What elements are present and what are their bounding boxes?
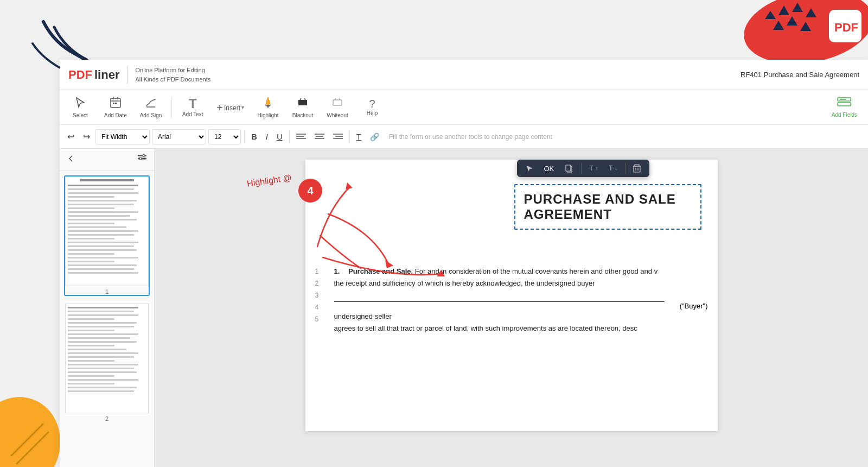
brand-liner: liner [94,68,119,82]
add-fields-button[interactable]: Add Fields [825,93,864,122]
svg-rect-20 [266,105,270,106]
doc-line-4: undersigned seller [334,311,708,323]
text-toolbar-ok-button[interactable]: OK [541,163,558,174]
add-date-tool-button[interactable]: Add Date [99,93,132,122]
text-toolbar-divider-2 [625,163,626,174]
format-hint: Fill the form or use another tools to ch… [389,133,552,141]
text-icon: T [189,97,197,110]
svg-rect-42 [566,165,571,171]
svg-rect-23 [333,100,342,105]
brand-logo: PDFliner [68,68,119,82]
text-toolbar-divider [581,163,582,174]
line-num-5: 5 [315,313,331,325]
help-label: Help [367,110,378,116]
line-numbers: 1 2 3 4 5 [315,266,331,325]
highlight-icon [261,96,275,111]
brand-pdf: PDF [68,68,92,82]
italic-button[interactable]: I [263,129,271,145]
text-toolbar-select-button[interactable] [522,163,537,173]
highlight-tool-button[interactable]: Highlight [252,93,284,122]
svg-rect-21 [267,106,269,108]
highlight-annotation-label: Highlight @ [246,173,292,188]
line-num-1: 1 [315,266,331,277]
text-toolbar-copy-button[interactable] [561,163,577,174]
page-number-2: 2 [65,415,149,422]
svg-rect-36 [138,155,146,156]
align-center-button[interactable] [311,129,328,145]
insert-label: Insert [224,104,240,112]
select-tool-button[interactable]: Select [64,93,97,122]
add-text-label: Add Text [182,111,203,117]
sidebar-scroll: 1 [60,171,154,467]
document-content: 1 2 3 4 5 1. Purchase and Sale. For and … [315,266,708,335]
svg-text:PDF: PDF [834,21,858,34]
svg-rect-18 [115,103,117,104]
text-selection-toolbar: OK T↑ T↓ [517,160,649,177]
brand-tagline: Online Platform for Editing All Kinds of… [135,66,210,84]
add-fields-icon [837,97,852,112]
svg-rect-43 [634,166,640,172]
buyer-label: ("Buyer") [334,302,708,311]
toolbar-separator-1 [171,97,172,118]
underline-button[interactable]: U [273,129,286,145]
doc-line-2: the receipt and sufficiency of which is … [334,277,708,289]
line-num-2: 2 [315,277,331,289]
sidebar-header [60,149,154,171]
align-right-button[interactable] [330,129,346,145]
text-toolbar-decrease-font-button[interactable]: T↓ [605,163,621,173]
line-num-3: 3 [315,289,331,301]
insert-dropdown-arrow: ▾ [241,104,244,110]
svg-rect-37 [138,158,146,160]
page-number-1: 1 [65,288,149,295]
brand-bar: PDFliner Online Platform for Editing All… [60,60,868,90]
selected-text-container[interactable]: PURCHASE AND SALE AGREEMENT [514,184,701,230]
sidebar-collapse-button[interactable] [66,154,76,166]
svg-point-10 [0,384,65,467]
doc-line-1: 1. Purchase and Sale. For and in conside… [334,266,708,277]
help-icon: ? [369,98,375,109]
font-size-select[interactable]: 12 [208,129,241,144]
blackout-label: Blackout [292,112,313,118]
help-tool-button[interactable]: ? Help [356,93,388,122]
link-button[interactable]: 🔗 [367,129,382,145]
decorative-top-right: PDF [684,0,868,65]
blackout-tool-button[interactable]: Blackout [286,93,319,122]
doc-line-3 [334,289,665,302]
app-container: PDFliner Online Platform for Editing All… [60,60,868,467]
whiteout-label: Whiteout [327,112,348,118]
text-toolbar-delete-button[interactable] [630,163,644,174]
page-thumb-1[interactable]: 1 [64,175,150,296]
whiteout-tool-button[interactable]: Whiteout [321,93,354,122]
blackout-icon [296,96,309,111]
redo-button[interactable]: ↪ [80,129,93,145]
line-num-4: 4 [315,301,331,313]
zoom-select[interactable]: Fit Width [95,129,150,144]
insert-icon: + [216,102,223,113]
format-divider-2 [289,130,290,143]
document-text-area: 1. Purchase and Sale. For and in conside… [334,266,708,335]
content-area: 1 [60,149,868,467]
whiteout-icon [331,96,344,111]
add-sign-tool-button[interactable]: Add Sign [135,93,168,122]
sidebar-settings-button[interactable] [137,153,148,166]
highlight-label-btn: Highlight [258,112,279,118]
text-toolbar-increase-font-button[interactable]: T↑ [586,163,601,173]
step-4-badge: 4 [298,179,322,203]
svg-rect-17 [113,103,114,104]
svg-point-39 [139,157,142,160]
decorative-bottom-left [0,380,65,467]
brand-divider [127,66,127,84]
bold-button[interactable]: B [248,129,260,145]
font-select[interactable]: Arial [152,129,206,144]
page-thumb-2[interactable]: 2 [64,302,150,423]
insert-tool-button[interactable]: + Insert ▾ [211,93,250,122]
undo-button[interactable]: ↩ [64,129,78,145]
format-bar: ↩ ↪ Fit Width Arial 12 B I U T 🔗 Fill th… [60,125,868,149]
document-area: 4 Highlight @ OK [155,149,868,467]
svg-rect-25 [838,103,851,106]
align-left-button[interactable] [293,129,309,145]
calendar-icon [109,96,122,111]
add-text-tool-button[interactable]: T Add Text [176,93,209,122]
svg-rect-22 [298,100,307,105]
text-style-button[interactable]: T [353,129,365,145]
